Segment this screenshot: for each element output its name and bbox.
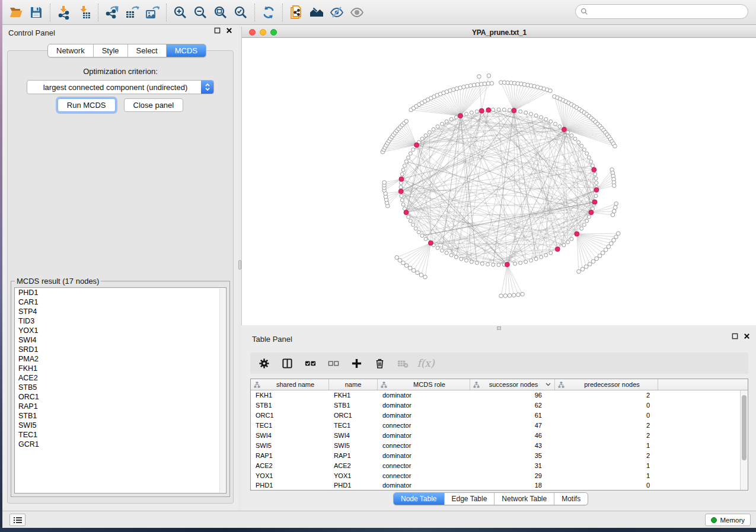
mcds-result-item[interactable]: TID3 bbox=[15, 316, 226, 326]
main-toolbar bbox=[2, 0, 756, 25]
cell: FKH1 bbox=[329, 392, 378, 399]
table-row[interactable]: ACE2ACE2connector311 bbox=[251, 460, 740, 470]
float-panel-icon[interactable] bbox=[732, 333, 738, 339]
zoom-selected-icon[interactable] bbox=[231, 4, 251, 21]
deselect-all-icon[interactable] bbox=[327, 357, 340, 370]
table-row[interactable]: ORC1ORC1dominator610 bbox=[251, 411, 740, 421]
column-header-successor-nodes[interactable]: successor nodes bbox=[470, 379, 555, 390]
tab-edge-table[interactable]: Edge Table bbox=[444, 493, 495, 505]
mcds-result-item[interactable]: SWI4 bbox=[15, 335, 226, 345]
mcds-result-item[interactable]: YOX1 bbox=[15, 326, 226, 335]
sort-descending-icon bbox=[546, 383, 551, 386]
column-header-MCDS-role[interactable]: MCDS role bbox=[378, 379, 470, 390]
mcds-result-item[interactable]: PMA2 bbox=[15, 354, 226, 364]
zoom-in-icon[interactable] bbox=[170, 4, 190, 21]
cell: 47 bbox=[470, 422, 555, 429]
mcds-result-item[interactable]: STP4 bbox=[15, 307, 226, 316]
mcds-result-item[interactable]: CAR1 bbox=[15, 297, 226, 307]
column-header-shared-name[interactable]: shared name bbox=[251, 379, 329, 390]
cell: SWI5 bbox=[251, 442, 329, 449]
table-row[interactable]: YOX1YOX1connector291 bbox=[251, 470, 740, 480]
mcds-result-group: MCDS result (17 nodes) PHD1CAR1STP4TID3Y… bbox=[11, 277, 230, 497]
network-window-titlebar: YPA_prune.txt_1 bbox=[242, 27, 756, 38]
open-session-icon[interactable] bbox=[6, 4, 26, 21]
mcds-result-item[interactable]: ACE2 bbox=[15, 373, 226, 383]
network-graph[interactable] bbox=[242, 38, 756, 328]
cell: YOX1 bbox=[329, 472, 378, 479]
tab-select[interactable]: Select bbox=[127, 44, 166, 57]
cell: 31 bbox=[470, 462, 555, 469]
cell: connector bbox=[378, 462, 470, 469]
control-panel: Control Panel NetworkStyleSelectMCDS Opt… bbox=[2, 25, 238, 511]
table-scrollbar-thumb[interactable] bbox=[742, 395, 747, 460]
mcds-result-item[interactable]: TEC1 bbox=[15, 430, 226, 440]
mcds-result-item[interactable]: STB5 bbox=[15, 383, 226, 392]
table-row[interactable]: FKH1FKH1dominator962 bbox=[251, 390, 740, 400]
mcds-list-scrollbar[interactable] bbox=[219, 289, 225, 492]
mcds-result-item[interactable]: GCR1 bbox=[15, 440, 226, 449]
table-scrollbar[interactable] bbox=[740, 390, 748, 490]
network-canvas[interactable] bbox=[242, 38, 756, 328]
zoom-out-icon[interactable] bbox=[190, 4, 210, 21]
optimization-criterion-label: Optimization criterion: bbox=[2, 67, 238, 76]
column-label: shared name bbox=[262, 381, 328, 388]
mcds-result-item[interactable]: SWI5 bbox=[15, 421, 226, 430]
tab-network[interactable]: Network bbox=[48, 44, 93, 57]
export-image-icon[interactable] bbox=[142, 4, 162, 21]
table-row[interactable]: RAP1RAP1dominator352 bbox=[251, 450, 740, 460]
network-window-title: YPA_prune.txt_1 bbox=[242, 28, 756, 37]
close-panel-icon[interactable] bbox=[744, 333, 750, 339]
mcds-result-item[interactable]: FKH1 bbox=[15, 364, 226, 373]
destroy-table-icon[interactable] bbox=[396, 357, 409, 370]
export-table-icon[interactable] bbox=[122, 4, 142, 21]
function-builder-icon[interactable]: f(x) bbox=[419, 357, 432, 370]
export-network-icon[interactable] bbox=[102, 4, 122, 21]
float-panel-icon[interactable] bbox=[214, 27, 221, 34]
tab-style[interactable]: Style bbox=[93, 44, 127, 57]
cell: YOX1 bbox=[251, 472, 329, 479]
delete-column-icon[interactable] bbox=[373, 357, 386, 370]
table-toolbar: f(x) bbox=[250, 352, 748, 374]
run-mcds-button[interactable]: Run MCDS bbox=[58, 98, 116, 112]
hide-selected-icon[interactable] bbox=[327, 4, 347, 21]
close-panel-icon[interactable] bbox=[226, 27, 232, 34]
memory-button[interactable]: Memory bbox=[705, 514, 751, 526]
first-neighbors-icon[interactable] bbox=[307, 4, 327, 21]
table-row[interactable]: TEC1TEC1connector472 bbox=[251, 421, 740, 431]
table-row[interactable]: SWI4SWI4dominator462 bbox=[251, 431, 740, 441]
search-input[interactable] bbox=[588, 6, 748, 18]
new-network-from-selection-icon[interactable] bbox=[286, 4, 307, 21]
show-all-icon[interactable] bbox=[347, 4, 367, 21]
table-row[interactable]: SWI5SWI5connector431 bbox=[251, 440, 740, 450]
mcds-result-item[interactable]: STB1 bbox=[15, 411, 226, 421]
import-table-icon[interactable] bbox=[74, 4, 94, 21]
apply-layout-icon[interactable] bbox=[259, 4, 279, 21]
select-all-icon[interactable] bbox=[304, 357, 317, 370]
column-header-predecessor-nodes[interactable]: predecessor nodes bbox=[555, 379, 658, 390]
mcds-result-list[interactable]: PHD1CAR1STP4TID3YOX1SWI4SRD1PMA2FKH1ACE2… bbox=[14, 287, 227, 493]
mcds-result-item[interactable]: SRD1 bbox=[15, 345, 226, 354]
zoom-fit-icon[interactable] bbox=[210, 4, 231, 21]
column-header-name[interactable]: name bbox=[329, 379, 378, 390]
save-session-icon[interactable] bbox=[26, 4, 46, 21]
task-history-button[interactable] bbox=[9, 514, 25, 526]
mcds-result-item[interactable]: RAP1 bbox=[15, 402, 226, 411]
close-panel-button[interactable]: Close panel bbox=[124, 98, 184, 112]
splitter-handle[interactable] bbox=[497, 326, 501, 330]
mcds-result-item[interactable]: ORC1 bbox=[15, 392, 226, 402]
horizontal-splitter[interactable] bbox=[241, 325, 756, 331]
table-row[interactable]: PHD1PHD1dominator180 bbox=[251, 480, 740, 490]
show-columns-icon[interactable] bbox=[280, 357, 294, 370]
table-options-icon[interactable] bbox=[257, 357, 270, 370]
mcds-result-item[interactable]: PHD1 bbox=[15, 288, 226, 297]
add-column-icon[interactable] bbox=[350, 357, 363, 370]
cell: 0 bbox=[555, 402, 658, 409]
tab-network-table[interactable]: Network Table bbox=[494, 493, 554, 505]
cell: 0 bbox=[555, 412, 658, 419]
table-row[interactable]: STB1STB1dominator620 bbox=[251, 400, 740, 411]
import-network-icon[interactable] bbox=[54, 4, 74, 21]
criterion-dropdown[interactable]: largest connected component (undirected) bbox=[27, 80, 214, 94]
tab-motifs[interactable]: Motifs bbox=[554, 493, 588, 505]
tab-node-table[interactable]: Node Table bbox=[394, 493, 444, 505]
tab-mcds[interactable]: MCDS bbox=[166, 44, 206, 57]
